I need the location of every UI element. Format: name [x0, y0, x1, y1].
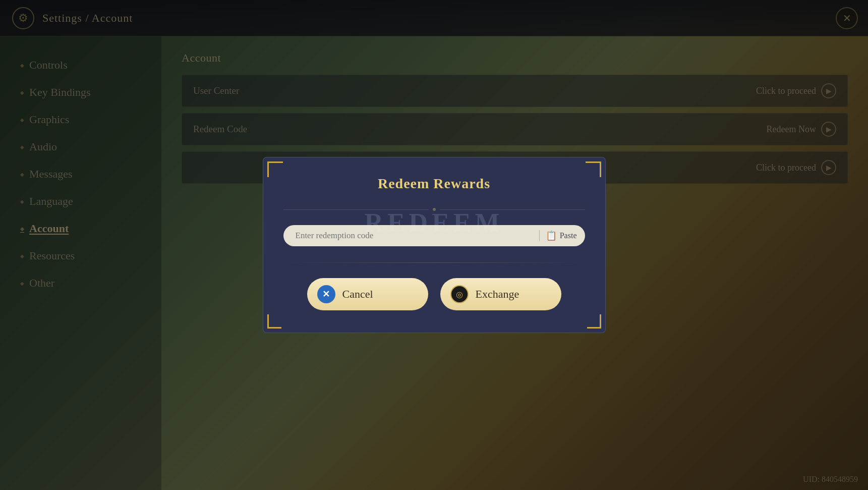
cancel-label: Cancel	[342, 288, 373, 301]
cancel-button[interactable]: ✕ Cancel	[307, 278, 428, 310]
paste-button[interactable]: 📋 Paste	[546, 230, 577, 241]
exchange-button[interactable]: ◎ Exchange	[440, 278, 561, 310]
input-separator	[539, 230, 540, 241]
modal-title: Redeem Rewards	[283, 176, 585, 192]
corner-bl	[267, 314, 281, 329]
exchange-label: Exchange	[476, 288, 519, 301]
modal-buttons: ✕ Cancel ◎ Exchange	[283, 278, 585, 310]
paste-icon: 📋	[546, 230, 557, 241]
cancel-icon: ✕	[317, 285, 335, 303]
paste-label: Paste	[560, 231, 577, 240]
modal-overlay: Redeem Rewards REDEEM 📋 Paste ✕ Cancel	[0, 0, 868, 490]
redeem-modal: Redeem Rewards REDEEM 📋 Paste ✕ Cancel	[263, 157, 606, 333]
exchange-icon: ◎	[450, 285, 469, 303]
input-row: 📋 Paste	[283, 225, 585, 246]
corner-br	[587, 314, 601, 329]
bottom-divider	[283, 262, 585, 263]
redemption-code-input[interactable]	[296, 231, 533, 241]
